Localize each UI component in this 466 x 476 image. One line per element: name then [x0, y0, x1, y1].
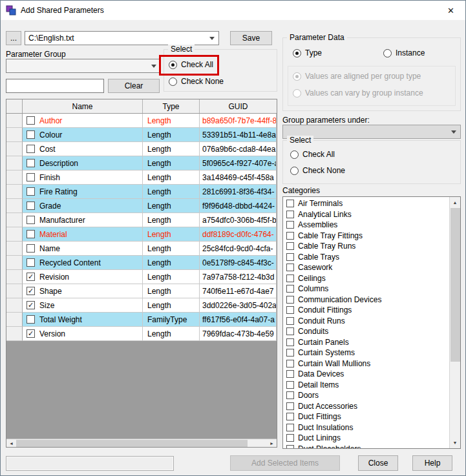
category-item[interactable]: Casework: [286, 262, 449, 273]
name-cell[interactable]: Finish: [23, 171, 143, 185]
table-row[interactable]: Recycled ContentLength0e5178f9-c845-4f3c…: [6, 256, 277, 270]
category-item[interactable]: Curtain Systems: [286, 347, 449, 358]
category-checkbox[interactable]: [286, 338, 294, 346]
row-checkbox[interactable]: [26, 244, 35, 253]
table-row[interactable]: GradeLengthf9f96d48-dbbd-4424-: [6, 199, 277, 213]
category-checkbox[interactable]: [286, 296, 294, 304]
horizontal-scrollbar[interactable]: ◄ ►: [6, 439, 277, 447]
name-cell[interactable]: Fire Rating: [23, 185, 143, 199]
parameter-table[interactable]: Name Type GUID AuthorLengthb89a650f-7b7e…: [6, 99, 277, 448]
row-checkbox[interactable]: [26, 230, 35, 238]
category-item[interactable]: Air Terminals: [286, 198, 449, 209]
values-aligned-radio[interactable]: Values are aligned per group type: [293, 72, 421, 81]
category-item[interactable]: Data Devices: [286, 369, 449, 380]
row-checkbox[interactable]: ✓: [26, 287, 35, 295]
name-cell[interactable]: Author: [23, 114, 143, 128]
filter-input[interactable]: [6, 79, 104, 93]
table-row[interactable]: ✓RevisionLength7a97a758-f212-4b3d: [6, 270, 277, 284]
category-item[interactable]: Ceilings: [286, 273, 449, 284]
categories-scrollbar[interactable]: ▲ ▼: [449, 197, 460, 448]
category-item[interactable]: Duct Insulations: [286, 422, 449, 433]
category-item[interactable]: Doors: [286, 390, 449, 401]
category-item[interactable]: Conduit Runs: [286, 316, 449, 327]
type-radio[interactable]: Type: [293, 48, 322, 57]
row-checkbox[interactable]: [26, 315, 35, 324]
row-checkbox[interactable]: [26, 116, 35, 125]
parameter-group-combo[interactable]: [6, 59, 161, 73]
category-item[interactable]: Duct Placeholders: [286, 444, 449, 449]
row-checkbox[interactable]: [26, 187, 35, 196]
scroll-right-button[interactable]: ►: [267, 439, 277, 448]
table-row[interactable]: ✓VersionLength7969fdac-473b-4e59: [6, 327, 277, 341]
category-checkbox[interactable]: [286, 232, 294, 240]
check-none-radio-right[interactable]: Check None: [290, 166, 345, 175]
row-checkbox[interactable]: [26, 145, 35, 153]
clear-button[interactable]: Clear: [108, 79, 160, 93]
categories-list[interactable]: Air TerminalsAnalytical LinksAssembliesC…: [282, 196, 461, 449]
table-row[interactable]: Total WeightFamilyTypeff617f56-e0f4-4a07…: [6, 313, 277, 327]
name-cell[interactable]: ✓Version: [23, 327, 143, 341]
category-checkbox[interactable]: [286, 221, 294, 229]
category-checkbox[interactable]: [286, 274, 294, 282]
row-checkbox[interactable]: [26, 130, 35, 139]
category-checkbox[interactable]: [286, 253, 294, 261]
add-selected-items-button[interactable]: Add Selected Items: [230, 455, 340, 471]
table-row[interactable]: ✓SizeLength3dd0226e-3d05-402a: [6, 298, 277, 313]
help-button[interactable]: Help: [412, 455, 452, 471]
scroll-down-button[interactable]: ▼: [450, 437, 461, 448]
category-item[interactable]: Cable Tray Runs: [286, 241, 449, 252]
values-vary-radio[interactable]: Values can vary by group instance: [293, 88, 423, 98]
browse-button[interactable]: ...: [6, 31, 21, 45]
category-item[interactable]: Conduit Fittings: [286, 305, 449, 316]
row-checkbox[interactable]: [26, 202, 35, 210]
category-checkbox[interactable]: [286, 264, 294, 271]
horizontal-scroll-thumb[interactable]: [16, 440, 248, 447]
category-checkbox[interactable]: [286, 381, 294, 389]
scroll-up-button[interactable]: ▲: [450, 197, 461, 208]
close-button[interactable]: Close: [358, 455, 398, 471]
category-item[interactable]: Duct Accessories: [286, 401, 449, 412]
save-button[interactable]: Save: [230, 31, 272, 45]
category-item[interactable]: Detail Items: [286, 380, 449, 391]
table-row[interactable]: Fire RatingLength281c6991-8f36-4f34-: [6, 185, 277, 199]
name-cell[interactable]: Name: [23, 242, 143, 256]
category-checkbox[interactable]: [286, 317, 294, 325]
category-item[interactable]: Duct Linings: [286, 433, 449, 444]
category-item[interactable]: Curtain Panels: [286, 337, 449, 348]
name-cell[interactable]: ✓Revision: [23, 270, 143, 284]
category-checkbox[interactable]: [286, 242, 294, 250]
category-checkbox[interactable]: [286, 370, 294, 378]
row-checkbox[interactable]: ✓: [26, 273, 35, 281]
row-checkbox[interactable]: [26, 159, 35, 167]
type-column-header[interactable]: Type: [143, 99, 200, 113]
category-item[interactable]: Communication Devices: [286, 295, 449, 305]
category-checkbox[interactable]: [286, 285, 294, 293]
name-cell[interactable]: Description: [23, 156, 143, 171]
category-item[interactable]: Curtain Wall Mullions: [286, 358, 449, 369]
table-row[interactable]: ManufacturerLengtha754dfc0-306b-4f5f-b: [6, 213, 277, 227]
table-row[interactable]: CostLength076a9b6c-cda8-44ea: [6, 142, 277, 156]
row-checkbox[interactable]: ✓: [26, 329, 35, 338]
scroll-left-button[interactable]: ◄: [6, 439, 16, 448]
category-item[interactable]: Cable Tray Fittings: [286, 231, 449, 242]
instance-radio[interactable]: Instance: [383, 48, 425, 57]
category-checkbox[interactable]: [286, 402, 294, 410]
category-item[interactable]: Columns: [286, 284, 449, 295]
row-checkbox[interactable]: ✓: [26, 301, 35, 309]
name-column-header[interactable]: Name: [23, 99, 143, 113]
row-checkbox[interactable]: [26, 173, 35, 181]
name-cell[interactable]: ✓Shape: [23, 284, 143, 298]
titlebar-close-button[interactable]: ✕: [436, 1, 465, 20]
row-checkbox[interactable]: [26, 258, 35, 267]
name-cell[interactable]: ✓Size: [23, 298, 143, 313]
table-row[interactable]: MaterialLengthddf8189c-d0fc-4764-: [6, 227, 277, 242]
category-checkbox[interactable]: [286, 445, 294, 448]
category-checkbox[interactable]: [286, 391, 294, 399]
name-cell[interactable]: Material: [23, 227, 143, 242]
table-row[interactable]: FinishLength3a148469-c45f-458a: [6, 171, 277, 185]
category-checkbox[interactable]: [286, 211, 294, 218]
vertical-scroll-thumb[interactable]: [450, 208, 460, 362]
category-checkbox[interactable]: [286, 434, 294, 442]
table-row[interactable]: DescriptionLength5f0965c4-f927-407e-a: [6, 156, 277, 171]
category-item[interactable]: Assemblies: [286, 220, 449, 231]
